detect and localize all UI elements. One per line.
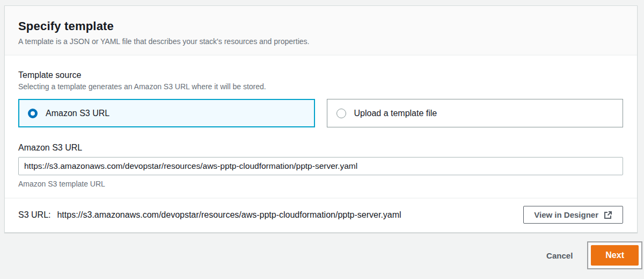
panel-header: Specify template A template is a JSON or… [5,6,637,55]
template-source-section: Template source Selecting a template gen… [18,70,623,127]
cancel-button[interactable]: Cancel [546,251,573,260]
view-in-designer-button[interactable]: View in Designer [523,206,623,224]
option-amazon-s3-url-label: Amazon S3 URL [46,109,109,118]
page-subtitle: A template is a JSON or YAML file that d… [18,37,624,46]
s3-summary-row: S3 URL:https://s3.amazonaws.com/devopsta… [18,198,623,232]
panel-body: Template source Selecting a template gen… [5,55,637,232]
radio-unselected-icon[interactable] [336,109,346,118]
option-amazon-s3-url[interactable]: Amazon S3 URL [18,99,315,127]
next-button-highlight-box: Next [587,241,642,269]
template-source-options: Amazon S3 URL Upload a template file [18,99,623,127]
next-button[interactable]: Next [591,245,639,266]
s3-url-input[interactable] [18,157,623,175]
page-title: Specify template [18,19,624,33]
view-in-designer-label: View in Designer [534,210,598,219]
option-upload-template-file-label: Upload a template file [354,109,437,118]
template-source-description: Selecting a template generates an Amazon… [18,82,623,91]
template-source-label: Template source [18,70,623,80]
s3-url-field-label: Amazon S3 URL [18,143,82,152]
s3-summary-label: S3 URL: [18,210,50,219]
external-link-icon [604,211,612,219]
s3-summary-url: https://s3.amazonaws.com/devopstar/resou… [57,210,401,219]
wizard-footer: Cancel Next [0,241,642,269]
radio-selected-icon[interactable] [28,109,38,118]
s3-summary-text: S3 URL:https://s3.amazonaws.com/devopsta… [18,210,401,220]
s3-url-field-hint: Amazon S3 template URL [18,180,623,188]
specify-template-panel: Specify template A template is a JSON or… [4,5,638,233]
s3-url-field-group: Amazon S3 URL Amazon S3 template URL [18,143,623,188]
option-upload-template-file[interactable]: Upload a template file [327,99,624,127]
